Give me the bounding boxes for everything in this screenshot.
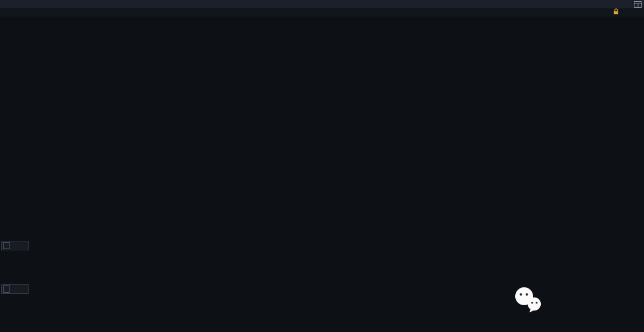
macd-indicator-label [1, 241, 29, 250]
date-range-control[interactable] [608, 8, 619, 17]
ma-bar [0, 8, 644, 17]
info-bar [0, 0, 644, 8]
watermark [513, 286, 549, 317]
wechat-icon [513, 286, 544, 317]
help-icon[interactable] [3, 286, 10, 293]
help-icon[interactable] [3, 242, 10, 249]
unlock-icon[interactable] [613, 8, 619, 17]
volume-indicator-label [1, 284, 29, 294]
stock-chart-canvas[interactable] [0, 17, 644, 332]
